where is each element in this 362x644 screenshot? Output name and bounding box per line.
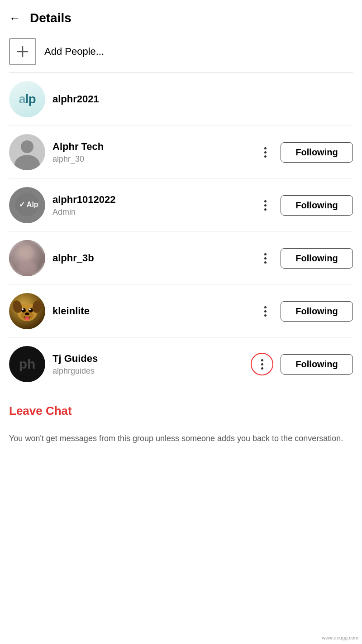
member-name: kleinlite [52,305,250,317]
following-button[interactable]: Following [281,248,353,269]
member-row: kleinlite Following [9,285,353,338]
avatar: alp [9,81,45,117]
member-info: alphr1012022 Admin [52,194,250,217]
svg-text:✓ Alphr: ✓ Alphr [19,201,39,208]
avatar: ✓ Alphr [9,187,45,223]
member-name: Alphr Tech [52,141,250,153]
member-role: Admin [52,207,250,217]
back-button[interactable]: ← [9,11,21,25]
svg-point-13 [29,308,31,310]
add-people-icon [9,38,36,65]
member-row: ph Tj Guides alphrguides Following [9,338,353,390]
header: ← Details [0,0,362,33]
member-username: alphr_30 [52,154,250,164]
page-title: Details [30,11,71,25]
svg-point-5 [21,245,33,260]
more-options-button-highlighted[interactable] [251,353,273,375]
leave-chat-button[interactable]: Leave Chat [9,404,72,418]
member-row: ✓ Alphr alphr1012022 Admin Following [9,179,353,232]
leave-chat-description: You won't get messages from this group u… [0,425,362,454]
following-button[interactable]: Following [281,195,353,216]
member-list: alp alphr2021 Alphr Tech alphr_30 Follow… [0,73,362,390]
member-info: alphr2021 [52,93,353,105]
svg-point-18 [25,318,29,321]
add-people-row[interactable]: Add People... [0,33,362,72]
svg-point-14 [25,312,29,315]
member-name: alphr2021 [52,93,353,105]
member-info: kleinlite [52,305,250,317]
member-row: Alphr Tech alphr_30 Following [9,126,353,179]
member-info: Tj Guides alphrguides [52,353,243,376]
add-people-label: Add People... [44,46,104,58]
following-button[interactable]: Following [281,354,353,375]
more-options-button[interactable] [257,250,273,266]
more-options-button[interactable] [257,197,273,213]
avatar [9,134,45,170]
avatar-text: alp [19,92,35,106]
member-username: alphrguides [52,366,243,376]
svg-point-11 [29,308,33,312]
avatar: ph [9,346,45,382]
svg-point-10 [21,308,26,312]
member-row: alphr_3b Following [9,232,353,285]
member-info: alphr_3b [52,252,250,264]
following-button[interactable]: Following [281,142,353,163]
following-button[interactable]: Following [281,301,353,322]
member-name: alphr_3b [52,252,250,264]
member-name: Tj Guides [52,353,243,365]
member-row: alp alphr2021 [9,73,353,126]
avatar [9,293,45,329]
member-name: alphr1012022 [52,194,250,206]
watermark: www.deugg.com [322,635,358,640]
leave-chat-section: Leave Chat [0,390,362,425]
svg-point-12 [22,308,24,310]
avatar [9,240,45,276]
avatar-text: ph [19,356,36,372]
more-options-button[interactable] [257,144,273,160]
svg-point-4 [9,240,45,276]
member-info: Alphr Tech alphr_30 [52,141,250,164]
more-options-button[interactable] [257,303,273,319]
svg-point-6 [17,261,37,275]
